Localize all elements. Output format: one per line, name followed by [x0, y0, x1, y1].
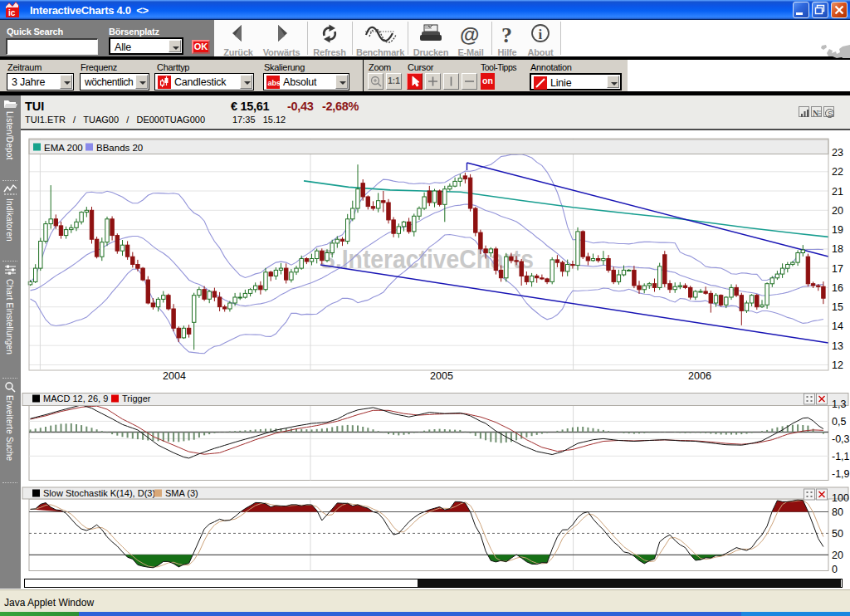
svg-text:-0,3: -0,3 [832, 433, 850, 445]
svg-text:MACD 12, 26, 9: MACD 12, 26, 9 [43, 394, 108, 403]
svg-text:18: 18 [832, 243, 843, 255]
svg-text:0: 0 [832, 564, 838, 575]
svg-text:100: 100 [832, 492, 849, 504]
svg-text:13: 13 [832, 340, 843, 352]
svg-text:EMA 200: EMA 200 [44, 143, 83, 153]
svg-text:17: 17 [832, 263, 843, 275]
svg-text:S: S [828, 109, 833, 118]
svg-text:21: 21 [832, 186, 843, 198]
svg-text:14: 14 [832, 320, 843, 332]
svg-text:1,3: 1,3 [832, 398, 846, 410]
svg-text:abs: abs [268, 79, 281, 87]
svg-text:N: N [813, 109, 819, 118]
svg-text:2005: 2005 [430, 370, 453, 382]
svg-text:i: i [539, 27, 543, 42]
svg-text:80: 80 [832, 506, 843, 518]
svg-text:?: ? [501, 23, 512, 46]
svg-text:2004: 2004 [163, 370, 186, 382]
svg-text:ic: ic [8, 8, 16, 17]
svg-text:2006: 2006 [688, 370, 711, 382]
svg-text:16: 16 [832, 282, 843, 294]
svg-text:0,5: 0,5 [832, 416, 846, 428]
svg-text:-1,1: -1,1 [832, 451, 850, 462]
svg-text:Slow Stochastik K(14), D(3): Slow Stochastik K(14), D(3) [43, 488, 155, 498]
svg-text:@: @ [460, 23, 479, 46]
svg-text:BBands 20: BBands 20 [96, 143, 143, 153]
svg-text:Trigger: Trigger [122, 394, 151, 403]
svg-text:50: 50 [832, 528, 843, 540]
svg-text:15: 15 [832, 301, 843, 313]
svg-text:23: 23 [832, 147, 843, 159]
svg-text:SMA (3): SMA (3) [165, 488, 198, 498]
svg-text:12: 12 [832, 359, 843, 371]
svg-text:19: 19 [832, 224, 843, 236]
svg-text:20: 20 [832, 550, 843, 561]
svg-text:22: 22 [832, 166, 843, 178]
svg-text:-1,9: -1,9 [832, 468, 850, 480]
svg-text:20: 20 [832, 205, 843, 217]
